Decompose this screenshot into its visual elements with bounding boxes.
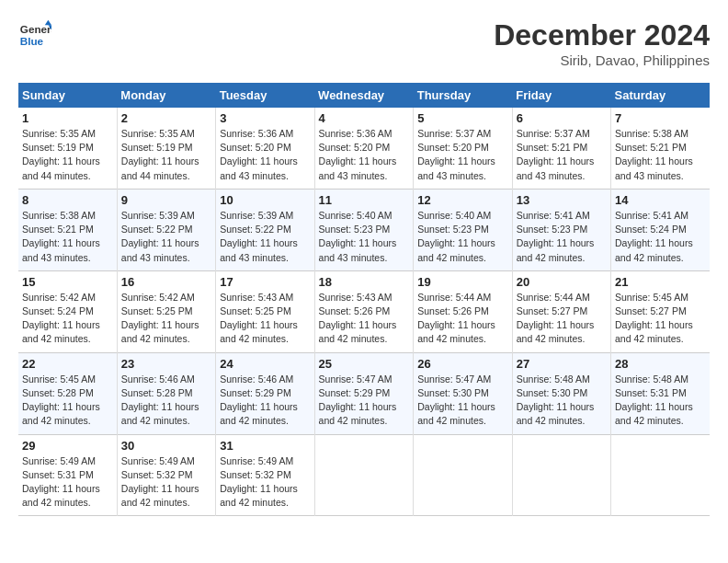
calendar-cell: 4 Sunrise: 5:36 AM Sunset: 5:20 PM Dayli…	[314, 108, 414, 189]
day-info: Sunrise: 5:37 AM Sunset: 5:20 PM Dayligh…	[417, 127, 507, 183]
day-number: 26	[417, 357, 507, 371]
calendar-cell: 1 Sunrise: 5:35 AM Sunset: 5:19 PM Dayli…	[18, 108, 117, 189]
day-info: Sunrise: 5:43 AM Sunset: 5:26 PM Dayligh…	[319, 291, 410, 347]
day-number: 9	[121, 193, 211, 207]
day-number: 12	[417, 193, 507, 207]
calendar-cell: 13 Sunrise: 5:41 AM Sunset: 5:23 PM Dayl…	[512, 189, 610, 270]
day-info: Sunrise: 5:41 AM Sunset: 5:23 PM Dayligh…	[517, 209, 607, 265]
calendar-cell: 9 Sunrise: 5:39 AM Sunset: 5:22 PM Dayli…	[117, 189, 215, 270]
day-info: Sunrise: 5:48 AM Sunset: 5:31 PM Dayligh…	[615, 373, 706, 429]
calendar-cell: 30 Sunrise: 5:49 AM Sunset: 5:32 PM Dayl…	[117, 434, 215, 516]
day-info: Sunrise: 5:40 AM Sunset: 5:23 PM Dayligh…	[319, 209, 410, 265]
day-number: 21	[615, 275, 706, 289]
calendar-cell: 11 Sunrise: 5:40 AM Sunset: 5:23 PM Dayl…	[314, 189, 414, 270]
day-number: 10	[220, 193, 310, 207]
day-number: 18	[319, 275, 410, 289]
calendar-cell: 26 Sunrise: 5:47 AM Sunset: 5:30 PM Dayl…	[414, 352, 512, 434]
calendar-cell: 20 Sunrise: 5:44 AM Sunset: 5:27 PM Dayl…	[512, 270, 610, 352]
day-info: Sunrise: 5:49 AM Sunset: 5:31 PM Dayligh…	[22, 454, 113, 511]
header-row: Sunday Monday Tuesday Wednesday Thursday…	[18, 83, 710, 108]
calendar-cell: 19 Sunrise: 5:44 AM Sunset: 5:26 PM Dayl…	[414, 270, 512, 352]
day-info: Sunrise: 5:36 AM Sunset: 5:20 PM Dayligh…	[319, 127, 410, 183]
day-number: 16	[121, 275, 211, 289]
location-subtitle: Sirib, Davao, Philippines	[494, 52, 710, 68]
day-info: Sunrise: 5:48 AM Sunset: 5:30 PM Dayligh…	[517, 373, 607, 429]
day-info: Sunrise: 5:42 AM Sunset: 5:25 PM Dayligh…	[121, 291, 211, 347]
day-number: 17	[220, 275, 310, 289]
month-title: December 2024	[494, 18, 710, 52]
day-number: 5	[417, 111, 507, 125]
day-info: Sunrise: 5:38 AM Sunset: 5:21 PM Dayligh…	[22, 209, 113, 265]
calendar-cell: 21 Sunrise: 5:45 AM Sunset: 5:27 PM Dayl…	[611, 270, 711, 352]
day-number: 3	[220, 111, 310, 125]
day-info: Sunrise: 5:41 AM Sunset: 5:24 PM Dayligh…	[615, 209, 706, 265]
calendar-week-row: 29 Sunrise: 5:49 AM Sunset: 5:31 PM Dayl…	[18, 434, 710, 516]
day-number: 13	[517, 193, 607, 207]
day-number: 7	[615, 111, 706, 125]
day-info: Sunrise: 5:40 AM Sunset: 5:23 PM Dayligh…	[417, 209, 507, 265]
day-number: 15	[22, 275, 113, 289]
calendar-cell	[611, 434, 711, 516]
day-number: 23	[121, 357, 211, 371]
col-monday: Monday	[117, 83, 215, 108]
day-number: 29	[22, 439, 113, 453]
day-info: Sunrise: 5:45 AM Sunset: 5:27 PM Dayligh…	[615, 291, 706, 347]
day-number: 20	[517, 275, 607, 289]
calendar-cell	[314, 434, 414, 516]
day-number: 4	[319, 111, 410, 125]
calendar-cell: 29 Sunrise: 5:49 AM Sunset: 5:31 PM Dayl…	[18, 434, 117, 516]
calendar-cell: 15 Sunrise: 5:42 AM Sunset: 5:24 PM Dayl…	[18, 270, 117, 352]
day-number: 27	[517, 357, 607, 371]
calendar-cell	[414, 434, 512, 516]
calendar-cell: 7 Sunrise: 5:38 AM Sunset: 5:21 PM Dayli…	[611, 108, 711, 189]
day-info: Sunrise: 5:39 AM Sunset: 5:22 PM Dayligh…	[220, 209, 310, 265]
day-info: Sunrise: 5:38 AM Sunset: 5:21 PM Dayligh…	[615, 127, 706, 183]
col-thursday: Thursday	[414, 83, 512, 108]
calendar-cell: 23 Sunrise: 5:46 AM Sunset: 5:28 PM Dayl…	[117, 352, 215, 434]
title-area: December 2024 Sirib, Davao, Philippines	[494, 18, 710, 68]
day-info: Sunrise: 5:44 AM Sunset: 5:26 PM Dayligh…	[417, 291, 507, 347]
day-number: 31	[220, 439, 310, 453]
day-info: Sunrise: 5:35 AM Sunset: 5:19 PM Dayligh…	[121, 127, 211, 183]
col-wednesday: Wednesday	[314, 83, 414, 108]
day-info: Sunrise: 5:49 AM Sunset: 5:32 PM Dayligh…	[121, 454, 211, 511]
calendar-cell: 6 Sunrise: 5:37 AM Sunset: 5:21 PM Dayli…	[512, 108, 610, 189]
day-number: 24	[220, 357, 310, 371]
col-friday: Friday	[512, 83, 610, 108]
day-number: 8	[22, 193, 113, 207]
calendar-cell: 2 Sunrise: 5:35 AM Sunset: 5:19 PM Dayli…	[117, 108, 215, 189]
day-info: Sunrise: 5:37 AM Sunset: 5:21 PM Dayligh…	[517, 127, 607, 183]
day-number: 25	[319, 357, 410, 371]
calendar-table: Sunday Monday Tuesday Wednesday Thursday…	[18, 83, 710, 516]
logo: General Blue	[18, 18, 51, 52]
day-info: Sunrise: 5:47 AM Sunset: 5:29 PM Dayligh…	[319, 373, 410, 429]
day-info: Sunrise: 5:42 AM Sunset: 5:24 PM Dayligh…	[22, 291, 113, 347]
day-info: Sunrise: 5:44 AM Sunset: 5:27 PM Dayligh…	[517, 291, 607, 347]
calendar-cell: 14 Sunrise: 5:41 AM Sunset: 5:24 PM Dayl…	[611, 189, 711, 270]
calendar-cell: 8 Sunrise: 5:38 AM Sunset: 5:21 PM Dayli…	[18, 189, 117, 270]
calendar-cell: 10 Sunrise: 5:39 AM Sunset: 5:22 PM Dayl…	[216, 189, 314, 270]
calendar-cell: 22 Sunrise: 5:45 AM Sunset: 5:28 PM Dayl…	[18, 352, 117, 434]
calendar-cell: 12 Sunrise: 5:40 AM Sunset: 5:23 PM Dayl…	[414, 189, 512, 270]
col-saturday: Saturday	[611, 83, 711, 108]
calendar-cell: 31 Sunrise: 5:49 AM Sunset: 5:32 PM Dayl…	[216, 434, 314, 516]
logo-icon: General Blue	[18, 18, 51, 52]
day-info: Sunrise: 5:35 AM Sunset: 5:19 PM Dayligh…	[22, 127, 113, 183]
col-sunday: Sunday	[18, 83, 117, 108]
day-number: 6	[517, 111, 607, 125]
col-tuesday: Tuesday	[216, 83, 314, 108]
day-info: Sunrise: 5:49 AM Sunset: 5:32 PM Dayligh…	[220, 454, 310, 511]
calendar-cell: 17 Sunrise: 5:43 AM Sunset: 5:25 PM Dayl…	[216, 270, 314, 352]
day-info: Sunrise: 5:46 AM Sunset: 5:28 PM Dayligh…	[121, 373, 211, 429]
day-number: 1	[22, 111, 113, 125]
day-number: 2	[121, 111, 211, 125]
day-number: 19	[417, 275, 507, 289]
day-info: Sunrise: 5:47 AM Sunset: 5:30 PM Dayligh…	[417, 373, 507, 429]
day-info: Sunrise: 5:43 AM Sunset: 5:25 PM Dayligh…	[220, 291, 310, 347]
calendar-cell: 5 Sunrise: 5:37 AM Sunset: 5:20 PM Dayli…	[414, 108, 512, 189]
day-number: 22	[22, 357, 113, 371]
day-number: 28	[615, 357, 706, 371]
calendar-cell: 27 Sunrise: 5:48 AM Sunset: 5:30 PM Dayl…	[512, 352, 610, 434]
page-header: General Blue December 2024 Sirib, Davao,…	[18, 18, 710, 68]
calendar-cell	[512, 434, 610, 516]
